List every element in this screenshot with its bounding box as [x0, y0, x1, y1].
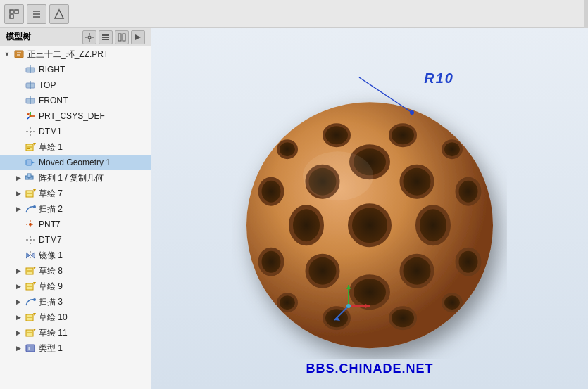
tree-item-dtm1[interactable]: ▶ DTM1 — [0, 124, 151, 139]
svg-point-78 — [260, 249, 282, 274]
tree-item-type1[interactable]: ▶ T 类型 1 — [0, 340, 151, 356]
sketch7-label: 草绘 7 — [39, 188, 63, 200]
mirror1-label: 镜像 1 — [39, 250, 63, 262]
panel-tool-list[interactable] — [99, 30, 113, 44]
svg-point-81 — [324, 125, 349, 146]
svg-point-79 — [457, 179, 480, 204]
moved1-label: Moved Geometry 1 — [39, 158, 111, 167]
top-label: TOP — [39, 80, 56, 90]
type1-arrow[interactable]: ▶ — [14, 344, 23, 352]
dtm7-label: DTM7 — [39, 235, 62, 245]
type1-icon: T — [24, 342, 37, 355]
svg-rect-37 — [26, 160, 32, 165]
sketch8-arrow[interactable]: ▶ — [14, 267, 23, 275]
svg-point-84 — [390, 307, 415, 329]
svg-rect-0 — [10, 10, 13, 13]
tree-item-array1[interactable]: ▶ 阵列 1 / 复制几何 — [0, 170, 151, 186]
annotation-r10: R10 — [424, 70, 454, 87]
tree-item-sweep2[interactable]: ▶ 扫描 2 — [0, 201, 151, 217]
moved1-icon — [24, 156, 37, 169]
svg-marker-63 — [33, 329, 36, 331]
toolbar-btn-2[interactable] — [27, 4, 46, 24]
svg-point-47 — [29, 223, 32, 226]
array1-icon — [24, 172, 37, 184]
top-toolbar — [0, 0, 588, 28]
array1-arrow[interactable]: ▶ — [14, 174, 23, 182]
svg-text:T: T — [27, 346, 31, 351]
sketch9-icon — [24, 280, 37, 293]
toolbar-btn-1[interactable] — [4, 4, 24, 24]
sketch11-icon — [24, 326, 37, 339]
tree-item-sketch10[interactable]: ▶ 草绘 10 — [0, 310, 151, 325]
svg-marker-43 — [33, 189, 36, 192]
svg-rect-13 — [102, 37, 109, 38]
front-plane-icon — [24, 94, 37, 107]
sketch1-label: 草绘 1 — [39, 141, 63, 153]
main-layout: 模型树 — [0, 28, 588, 389]
watermark-text: BBS.CHINADE.NET — [306, 362, 433, 376]
sketch8-label: 草绘 8 — [39, 265, 63, 277]
tree-item-sketch7[interactable]: ▶ 草绘 7 — [0, 186, 151, 201]
tree-item-sketch1[interactable]: ▶ 草绘 1 — [0, 139, 151, 155]
panel-header: 模型树 — [0, 28, 151, 46]
tree-item-dtm7[interactable]: ▶ DTM7 — [0, 232, 151, 248]
tree-item-sweep3[interactable]: ▶ 扫描 3 — [0, 294, 151, 310]
dtm1-label: DTM1 — [39, 127, 62, 136]
svg-point-77 — [260, 179, 282, 204]
tree-container[interactable]: ▼ 正三十二_环_ZZ.PRT ▶ — [0, 46, 151, 389]
svg-marker-56 — [33, 282, 36, 285]
sketch10-arrow[interactable]: ▶ — [14, 313, 23, 321]
svg-point-57 — [33, 298, 36, 301]
tree-item-front[interactable]: ▶ FRONT — [0, 93, 151, 108]
svg-marker-95 — [346, 285, 351, 289]
tree-item-top[interactable]: ▶ TOP — [0, 77, 151, 93]
sketch10-label: 草绘 10 — [39, 312, 68, 324]
toolbar-btn-3[interactable] — [49, 4, 69, 24]
sweep2-arrow[interactable]: ▶ — [14, 205, 23, 213]
svg-point-86 — [443, 141, 461, 158]
front-label: FRONT — [39, 96, 68, 106]
root-label: 正三十二_环_ZZ.PRT — [27, 49, 108, 60]
svg-point-68 — [350, 205, 389, 245]
sketch8-icon — [24, 264, 37, 277]
tree-item-csys[interactable]: ▶ ✱ PRT_CSYS_DEF — [0, 108, 151, 124]
sketch9-label: 草绘 9 — [39, 281, 63, 293]
svg-point-74 — [401, 166, 432, 197]
svg-rect-16 — [123, 34, 125, 41]
sketch11-label: 草绘 11 — [39, 327, 68, 339]
svg-rect-1 — [15, 10, 18, 13]
svg-point-85 — [278, 141, 296, 158]
sketch11-arrow[interactable]: ▶ — [14, 329, 23, 337]
svg-point-44 — [33, 205, 36, 208]
tree-item-pnt7[interactable]: ▶ PNT7 — [0, 217, 151, 232]
panel-tool-extra[interactable] — [131, 30, 145, 44]
sweep2-label: 扫描 2 — [39, 203, 63, 215]
panel-tool-settings[interactable] — [82, 30, 96, 44]
sweep2-icon — [24, 203, 37, 215]
sketch10-icon — [24, 311, 37, 324]
sketch7-icon — [24, 187, 37, 200]
csys-label: PRT_CSYS_DEF — [39, 111, 105, 121]
svg-marker-53 — [33, 267, 36, 269]
top-plane-icon — [24, 79, 37, 91]
sketch7-arrow[interactable]: ▶ — [14, 189, 23, 198]
sweep3-icon — [24, 295, 37, 308]
sketch9-arrow[interactable]: ▶ — [14, 282, 23, 291]
mirror1-icon — [24, 249, 37, 262]
tree-item-right[interactable]: ▶ RIGHT — [0, 62, 151, 77]
root-arrow[interactable]: ▼ — [3, 50, 11, 58]
array1-label: 阵列 1 / 复制几何 — [39, 172, 104, 184]
tree-item-sketch9[interactable]: ▶ 草绘 9 — [0, 279, 151, 294]
svg-rect-14 — [102, 39, 109, 40]
tree-item-sketch11[interactable]: ▶ 草绘 11 — [0, 325, 151, 340]
tree-item-mirror1[interactable]: ▶ 镜像 1 — [0, 248, 151, 263]
right-plane-icon — [24, 63, 37, 76]
tree-item-sketch8[interactable]: ▶ 草绘 8 — [0, 263, 151, 279]
root-icon — [13, 48, 25, 60]
tree-root[interactable]: ▼ 正三十二_环_ZZ.PRT — [0, 46, 151, 62]
svg-marker-36 — [33, 143, 36, 146]
sweep3-arrow[interactable]: ▶ — [14, 298, 23, 306]
tree-item-moved1[interactable]: ▶ Moved Geometry 1 — [0, 155, 151, 170]
svg-point-89 — [303, 151, 373, 200]
panel-tool-columns[interactable] — [115, 30, 129, 44]
